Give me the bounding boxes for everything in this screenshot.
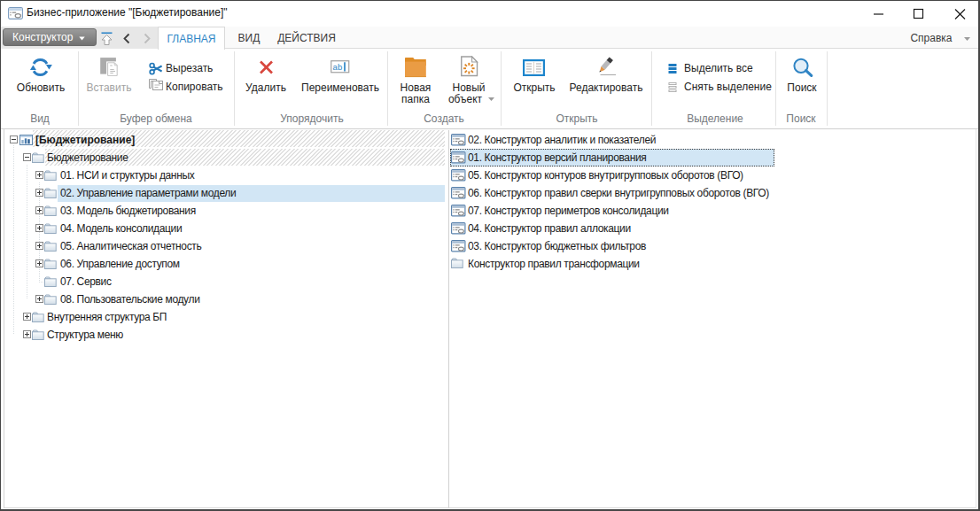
svg-text:ab: ab [333,62,343,72]
